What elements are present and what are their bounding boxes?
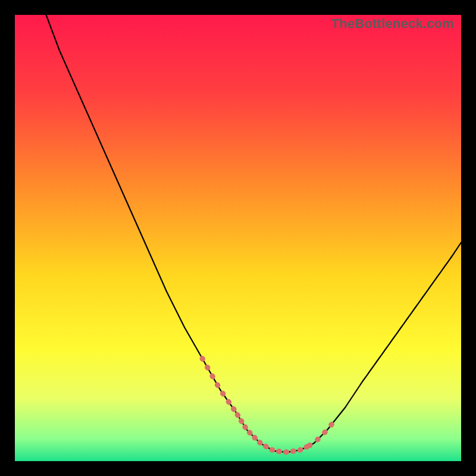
highlight-segment — [234, 409, 310, 452]
plot-area: TheBottleneck.com — [15, 15, 461, 461]
chart-stage: TheBottleneck.com — [0, 0, 476, 476]
curve-layer — [15, 15, 461, 461]
bottleneck-curve — [46, 15, 462, 452]
highlight-segment — [202, 359, 234, 409]
